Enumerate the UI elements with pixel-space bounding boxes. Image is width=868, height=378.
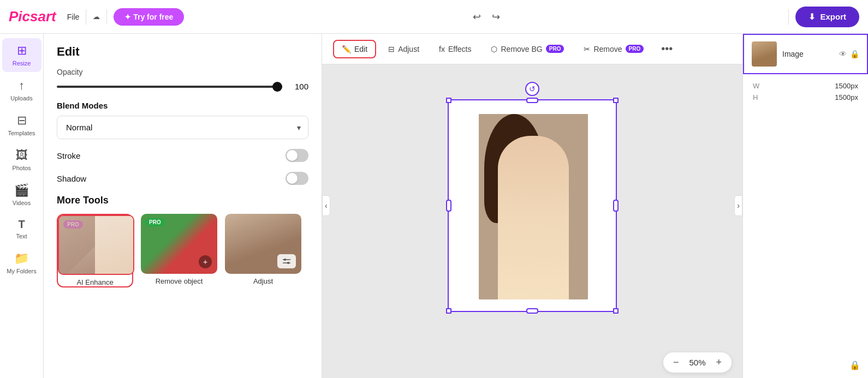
sidebar-item-videos[interactable]: 🎬 Videos [2, 178, 41, 212]
sidebar-item-templates-label: Templates [8, 130, 35, 136]
tool-remove-object[interactable]: PRO + Remove object [141, 214, 217, 287]
sidebar-item-text-label: Text [16, 233, 27, 239]
tool-ai-enhance[interactable]: PRO AI Enhance [57, 214, 133, 287]
sidebar-item-uploads[interactable]: ↑ Uploads [2, 73, 41, 107]
toolbar-effects-button[interactable]: fx Effects [431, 41, 479, 57]
lock-icon[interactable]: 🔒 [850, 50, 859, 58]
sidebar-item-folders[interactable]: 📁 My Folders [2, 246, 41, 280]
zoom-out-button[interactable]: − [673, 357, 679, 368]
tools-grid: PRO AI Enhance PRO + Remove object [44, 214, 322, 287]
adjust-name: Adjust [225, 277, 301, 285]
topbar-center: ↩ ↪ [191, 11, 782, 23]
redo-button[interactable]: ↪ [492, 11, 500, 23]
dimension-lock-icon[interactable]: 🔒 [849, 360, 860, 370]
toolbar-remove-bg-button[interactable]: ⬡ Remove BG PRO [483, 41, 572, 57]
opacity-value: 100 [291, 82, 308, 91]
handle-corner-br[interactable] [613, 308, 619, 314]
canvas-bottom: − 50% + [322, 347, 742, 378]
export-label: Export [820, 12, 846, 21]
sidebar-item-resize[interactable]: ⊞ Resize [2, 38, 41, 72]
canvas-white-right [586, 100, 616, 311]
logo[interactable]: Picsart [9, 8, 56, 25]
canvas-workspace: ‹ ↺ [322, 64, 742, 347]
topbar-right: ⬇ Export [788, 7, 859, 27]
width-label: W [753, 82, 759, 90]
zoom-controls: − 50% + [663, 352, 732, 373]
opacity-label: Opacity [57, 68, 308, 76]
stroke-toggle[interactable] [286, 149, 308, 162]
videos-icon: 🎬 [14, 183, 29, 197]
export-button[interactable]: ⬇ Export [795, 7, 859, 27]
sidebar-item-photos[interactable]: 🖼 Photos [2, 143, 41, 177]
stroke-toggle-row: Stroke [57, 149, 308, 162]
handle-corner-tl[interactable] [446, 98, 451, 103]
adjust-icon: ⊟ [388, 45, 395, 53]
toolbar-adjust-button[interactable]: ⊟ Adjust [381, 41, 427, 57]
sidebar: ⊞ Resize ↑ Uploads ⊟ Templates 🖼 Photos … [0, 34, 44, 378]
blend-select[interactable]: Normal Multiply Screen Overlay Darken Li… [57, 116, 308, 139]
effects-icon: fx [439, 45, 445, 53]
height-value: 1500px [835, 93, 858, 101]
sidebar-item-templates[interactable]: ⊟ Templates [2, 108, 41, 142]
remove-icon: ✂ [584, 45, 590, 53]
pro-badge-remove: PRO [145, 218, 165, 226]
sidebar-item-photos-label: Photos [12, 165, 31, 171]
edit-panel: Edit Opacity 100 Blend Modes Normal Mult… [44, 34, 322, 378]
opacity-section: Opacity 100 [44, 68, 322, 91]
handle-mid-left[interactable] [446, 200, 451, 212]
right-panel-inner: W 1500px H 1500px 🔒 [743, 74, 868, 378]
width-row: W 1500px [753, 82, 858, 90]
zoom-value: 50% [686, 358, 708, 367]
canvas-collapse-right[interactable]: › [734, 195, 742, 216]
blend-modes-section: Blend Modes Normal Multiply Screen Overl… [44, 101, 322, 139]
eye-icon[interactable]: 👁 [839, 50, 847, 58]
remove-pro-badge: PRO [626, 45, 644, 53]
handle-corner-tr[interactable] [613, 98, 619, 103]
try-for-free-button[interactable]: ✦ Try for free [114, 8, 184, 26]
stroke-toggle-knob [287, 150, 298, 161]
canvas-toolbar: ✏️ Edit ⊟ Adjust fx Effects ⬡ Remove BG … [322, 34, 742, 64]
toolbar-more-button[interactable]: ••• [656, 39, 678, 59]
divider-1 [86, 9, 86, 25]
ai-enhance-name: AI Enhance [58, 278, 132, 286]
canvas-collapse-left[interactable]: ‹ [322, 195, 330, 216]
opacity-row: 100 [57, 82, 308, 91]
undo-button[interactable]: ↩ [473, 11, 481, 23]
handle-mid-right[interactable] [613, 200, 619, 212]
blend-modes-label: Blend Modes [57, 101, 308, 110]
toolbar-remove-label: Remove [593, 45, 622, 53]
canvas-frame: ↺ [448, 99, 617, 312]
rotate-handle[interactable]: ↺ [525, 82, 539, 96]
portrait-background [479, 114, 588, 299]
layer-item[interactable]: Image 👁 🔒 [743, 34, 868, 74]
remove-object-thumb: PRO + [141, 214, 217, 274]
sidebar-item-text[interactable]: T Text [2, 213, 41, 245]
divider-3 [788, 9, 789, 25]
handle-mid-bottom[interactable] [526, 308, 538, 314]
cloud-button[interactable]: ☁ [93, 13, 100, 21]
toolbar-remove-button[interactable]: ✂ Remove PRO [576, 41, 651, 57]
shadow-label: Shadow [57, 174, 86, 183]
topbar: Picsart File ☁ ✦ Try for free ↩ ↪ ⬇ Expo… [0, 0, 868, 34]
opacity-slider[interactable] [57, 86, 282, 88]
sidebar-item-folders-label: My Folders [7, 268, 36, 274]
stroke-section: Stroke [44, 149, 322, 162]
height-row: H 1500px [753, 93, 858, 101]
toolbar-adjust-label: Adjust [398, 45, 419, 53]
toolbar-edit-button[interactable]: ✏️ Edit [333, 40, 376, 58]
remove-object-name: Remove object [141, 277, 217, 285]
height-label: H [753, 93, 758, 101]
panel-title: Edit [44, 34, 322, 68]
blend-select-row: Normal Multiply Screen Overlay Darken Li… [57, 116, 308, 139]
shadow-toggle[interactable] [286, 172, 308, 185]
tool-adjust[interactable]: Adjust [225, 214, 301, 287]
sidebar-item-uploads-label: Uploads [10, 95, 32, 101]
remove-bg-icon: ⬡ [491, 45, 497, 53]
layer-thumb-portrait [752, 41, 777, 67]
zoom-in-button[interactable]: + [716, 357, 722, 368]
shadow-toggle-row: Shadow [57, 172, 308, 185]
dimensions-section: W 1500px H 1500px [743, 74, 868, 109]
handle-mid-top[interactable] [526, 98, 538, 103]
file-menu[interactable]: File [67, 13, 80, 21]
handle-corner-bl[interactable] [446, 308, 451, 314]
